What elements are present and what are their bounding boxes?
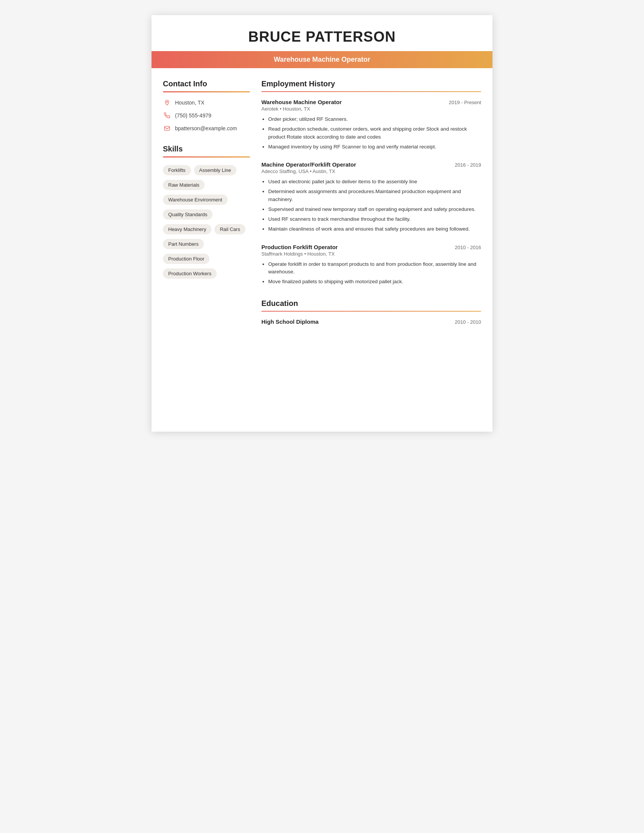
skill-tag: Assembly Line [194,165,237,175]
job-entry: Warehouse Machine Operator2019 - Present… [261,99,481,151]
job-header: Warehouse Machine Operator2019 - Present [261,99,481,105]
job-header: Machine Operator/Forklift Operator2016 -… [261,161,481,168]
skill-tag: Raw Materials [163,180,204,190]
svg-rect-1 [164,127,169,130]
job-entry: Production Forklift Operator2010 - 2016S… [261,244,481,286]
skills-divider [163,156,250,158]
job-company: Staffmark Holdings • Houston, TX [261,251,481,257]
candidate-name: BRUCE PATTERSON [167,29,477,45]
job-header: Production Forklift Operator2010 - 2016 [261,244,481,250]
job-entry: Machine Operator/Forklift Operator2016 -… [261,161,481,233]
skill-tag: Warehouse Environment [163,195,228,205]
skills-section-title: Skills [163,145,250,153]
bullet-item: Order picker; utilized RF Scanners. [268,116,481,123]
bullet-item: Move finalized pallets to shipping with … [268,278,481,286]
email-text: bpatterson@example.com [175,125,237,131]
job-title: Machine Operator/Forklift Operator [261,161,356,168]
skill-tag: Production Floor [163,254,209,264]
bullet-item: Used RF scanners to track merchandise th… [268,215,481,223]
bullet-item: Read production schedule, customer order… [268,125,481,141]
education-section-title: Education [261,299,481,308]
contact-phone: (750) 555-4979 [163,111,250,120]
job-dates: 2019 - Present [449,100,481,105]
phone-text: (750) 555-4979 [175,113,211,119]
job-dates: 2016 - 2019 [455,162,481,168]
contact-email: bpatterson@example.com [163,124,250,132]
employment-section-title: Employment History [261,79,481,88]
job-title: Warehouse Machine Operator [261,99,342,105]
contact-divider [163,91,250,92]
phone-icon [163,111,171,120]
skill-tag: Quality Standards [163,209,213,220]
main-content: Employment History Warehouse Machine Ope… [261,79,481,325]
employment-section: Employment History Warehouse Machine Ope… [261,79,481,286]
education-entry: High School Diploma2010 - 2010 [261,318,481,325]
location-icon [163,98,171,107]
job-company: Aerotek • Houston, TX [261,106,481,112]
job-bullets: Order picker; utilized RF Scanners.Read … [261,116,481,151]
edu-dates: 2010 - 2010 [455,319,481,325]
bullet-item: Operate forklift in order to transport p… [268,261,481,276]
skills-section: Skills ForkliftsAssembly LineRaw Materia… [163,145,250,280]
svg-point-0 [166,101,167,102]
job-dates: 2010 - 2016 [455,244,481,250]
job-bullets: Used an electronic pallet jack to delive… [261,178,481,233]
contact-location: Houston, TX [163,98,250,107]
bullet-item: Supervised and trained new temporary sta… [268,206,481,213]
resume-body: Contact Info Houston, TX [151,79,493,340]
skill-tag: Production Workers [163,269,217,279]
email-icon [163,124,171,132]
job-title: Production Forklift Operator [261,244,338,250]
bullet-item: Determined work assignments and procedur… [268,188,481,203]
bullet-item: Managed inventory by using RF Scanner to… [268,143,481,151]
job-company: Adecco Staffing, USA • Austin, TX [261,169,481,174]
skill-tag: Rail Cars [214,224,245,234]
skill-tag: Heavy Machinery [163,224,211,234]
contact-section-title: Contact Info [163,79,250,88]
skills-tags-container: ForkliftsAssembly LineRaw MaterialsWareh… [163,164,250,280]
job-title-text: Warehouse Machine Operator [274,56,370,63]
resume-document: BRUCE PATTERSON Warehouse Machine Operat… [151,15,493,432]
edu-header: High School Diploma2010 - 2010 [261,318,481,325]
bullet-item: Used an electronic pallet jack to delive… [268,178,481,185]
employment-divider [261,91,481,92]
job-title-bar: Warehouse Machine Operator [151,51,493,68]
skill-tag: Part Numbers [163,239,204,249]
jobs-container: Warehouse Machine Operator2019 - Present… [261,99,481,286]
skill-tag: Forklifts [163,165,191,175]
resume-header: BRUCE PATTERSON [151,15,493,51]
job-bullets: Operate forklift in order to transport p… [261,261,481,286]
location-text: Houston, TX [175,100,204,106]
education-section: Education High School Diploma2010 - 2010 [261,299,481,325]
education-divider [261,311,481,312]
education-container: High School Diploma2010 - 2010 [261,318,481,325]
contact-section: Contact Info Houston, TX [163,79,250,132]
sidebar: Contact Info Houston, TX [163,79,250,325]
edu-degree: High School Diploma [261,318,319,325]
bullet-item: Maintain cleanliness of work area and en… [268,225,481,233]
